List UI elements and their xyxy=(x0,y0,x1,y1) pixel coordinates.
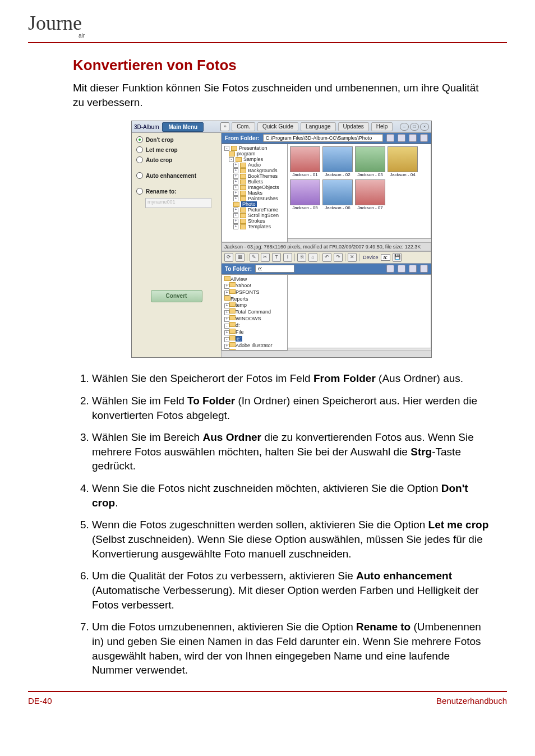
tool-icon[interactable] xyxy=(386,134,394,142)
to-folder-path[interactable]: e: xyxy=(255,265,294,273)
footer-rule xyxy=(28,691,507,692)
tool-icon[interactable]: I xyxy=(283,253,292,262)
device-select[interactable]: a: xyxy=(381,254,391,261)
header-rule xyxy=(28,42,507,43)
status-line: Jackson - 03.jpg: 768x1160 pixels, modif… xyxy=(222,242,431,251)
tool-icon[interactable]: ▦ xyxy=(236,253,245,262)
tool-icon[interactable] xyxy=(409,134,417,142)
convert-button[interactable]: Convert xyxy=(151,290,202,302)
intro-text: Mit dieser Funktion können Sie Fotos zus… xyxy=(73,81,490,109)
thumb[interactable]: Jackson - 03 xyxy=(355,146,385,177)
from-folder-bar: From Folder: C:\Program Files\3D-Album-C… xyxy=(222,133,431,144)
option-dont-crop[interactable]: Don't crop xyxy=(136,136,216,143)
tool-icon[interactable] xyxy=(420,265,428,273)
tool-icon[interactable]: ⌂ xyxy=(308,253,317,262)
step-6: Um die Qualität der Fotos zu verbessern,… xyxy=(92,569,490,612)
menu-updates[interactable]: Updates xyxy=(338,122,369,131)
thumb[interactable]: Jackson - 02 xyxy=(322,146,353,177)
step-1: Wählen Sie den Speicherort der Fotos im … xyxy=(92,371,490,386)
step-2: Wählen Sie im Feld To Folder (In Ordner)… xyxy=(92,394,490,422)
titlebar: 3D-Album Main Menu » Com. Quick Guide La… xyxy=(132,121,431,133)
option-auto-crop[interactable]: Auto crop xyxy=(136,156,216,163)
menu-quick-guide[interactable]: Quick Guide xyxy=(257,122,298,131)
redo-icon[interactable]: ↷ xyxy=(334,253,343,262)
tool-icon[interactable]: ✂ xyxy=(261,253,270,262)
options-pane: Don't crop Let me crop Auto crop Auto en… xyxy=(132,133,222,357)
thumb[interactable]: Jackson - 06 xyxy=(322,179,353,210)
tool-icon[interactable] xyxy=(409,265,417,273)
thumb[interactable]: Jackson - 01 xyxy=(290,146,320,177)
app-title: 3D-Album xyxy=(134,124,159,130)
thumb[interactable]: Jackson - 07 xyxy=(355,179,385,210)
undo-icon[interactable]: ↶ xyxy=(322,253,331,262)
from-folder-label: From Folder: xyxy=(225,135,260,141)
step-4: Wenn Sie die Fotos nicht zuschneiden möc… xyxy=(92,481,490,510)
minimize-icon[interactable]: – xyxy=(400,123,409,131)
main-menu-button[interactable]: Main Menu xyxy=(162,122,204,132)
device-icon[interactable]: 💾 xyxy=(393,253,402,262)
to-folder-label: To Folder: xyxy=(225,266,252,272)
thumb[interactable]: Jackson - 04 xyxy=(388,146,418,177)
tool-icon[interactable]: ⎘ xyxy=(297,253,306,262)
from-folder-tree[interactable]: -Presentation program -Samples +Audio +B… xyxy=(222,144,288,242)
logo: Journe air xyxy=(28,11,507,39)
page-number: DE-40 xyxy=(28,696,52,706)
step-3: Wählen Sie im Bereich Aus Ordner die zu … xyxy=(92,430,490,473)
step-5: Wenn die Fotos zugeschnitten werden soll… xyxy=(92,518,490,561)
section-title: Konvertieren von Fotos xyxy=(73,57,490,74)
footer-doc-title: Benutzerhandbuch xyxy=(436,696,507,706)
option-let-me-crop[interactable]: Let me crop xyxy=(136,146,216,153)
page-footer: DE-40 Benutzerhandbuch xyxy=(28,696,507,706)
thumb[interactable]: Jackson - 05 xyxy=(290,179,320,210)
nav-icon[interactable]: » xyxy=(220,122,229,131)
menu-com[interactable]: Com. xyxy=(232,122,255,131)
to-folder-tree[interactable]: AllView +Yahoo! +PSFONTS Reports +temp +… xyxy=(222,274,288,351)
device-label: Device xyxy=(363,255,379,260)
toolbar: ⟳ ▦ ✎ ✂ T I ⎘ ⌂ ↶ ↷ xyxy=(222,251,431,264)
tool-icon[interactable] xyxy=(398,134,405,142)
app-screenshot: 3D-Album Main Menu » Com. Quick Guide La… xyxy=(131,121,432,358)
option-rename-to[interactable]: Rename to: xyxy=(136,188,216,195)
maximize-icon[interactable]: □ xyxy=(410,123,419,131)
to-thumbnails[interactable] xyxy=(288,274,431,348)
tool-icon[interactable]: T xyxy=(272,253,281,262)
from-folder-path[interactable]: C:\Program Files\3D-Album-CC\Samples\Pho… xyxy=(263,134,383,142)
tool-icon[interactable] xyxy=(386,265,394,273)
tool-icon[interactable] xyxy=(420,134,428,142)
option-auto-enhancement[interactable]: Auto enhancement xyxy=(136,172,216,179)
to-folder-bar: To Folder: e: xyxy=(222,264,431,274)
steps-list: Wählen Sie den Speicherort der Fotos im … xyxy=(73,371,490,677)
tool-icon[interactable]: ✎ xyxy=(250,253,259,262)
menu-help[interactable]: Help xyxy=(371,122,393,131)
from-thumbnails[interactable]: Jackson - 01 Jackson - 02 Jackson - 03 J… xyxy=(288,144,431,239)
delete-icon[interactable]: ✕ xyxy=(348,253,357,262)
close-icon[interactable]: × xyxy=(420,123,429,131)
step-7: Um die Fotos umzubenennen, aktivieren Si… xyxy=(92,620,490,677)
tool-icon[interactable]: ⟳ xyxy=(224,253,233,262)
tool-icon[interactable] xyxy=(398,265,405,273)
menu-language[interactable]: Language xyxy=(301,122,336,131)
rename-input[interactable]: myname001 xyxy=(145,198,211,208)
